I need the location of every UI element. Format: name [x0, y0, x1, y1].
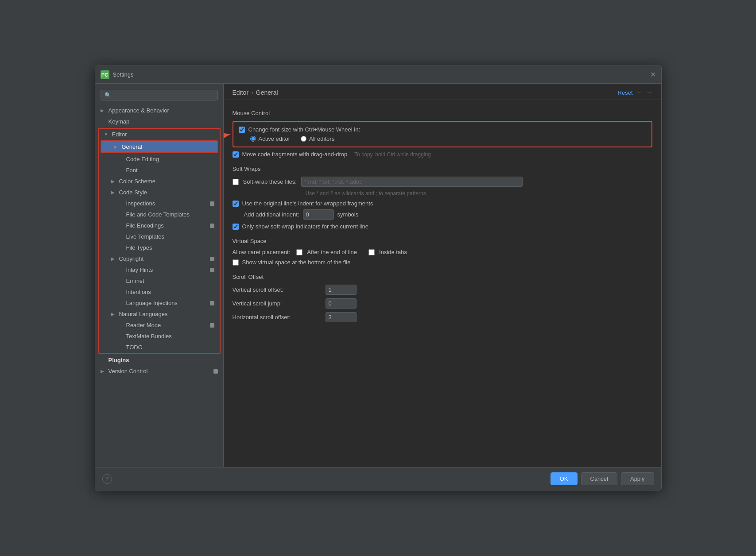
- virtual-space-section: Virtual Space Allow caret placement: Aft…: [233, 238, 652, 266]
- sidebar-item-label: Editor: [112, 131, 127, 138]
- vertical-scroll-jump-row: Vertical scroll jump:: [233, 298, 652, 309]
- all-editors-radio[interactable]: [301, 136, 306, 142]
- editor-scope-radio-group: Active editor All editors: [239, 135, 646, 142]
- soft-wrap-label: Soft-wrap these files:: [243, 178, 297, 185]
- vertical-scroll-jump-input[interactable]: [326, 298, 357, 309]
- sidebar-item-label: Inspections: [126, 200, 155, 207]
- cancel-button[interactable]: Cancel: [581, 472, 617, 485]
- sidebar-item-copyright[interactable]: ▶ Copyright: [99, 253, 220, 264]
- expand-arrow-icon: ▼: [104, 132, 110, 137]
- annotation-arrow-svg: [224, 125, 233, 152]
- sidebar-item-color-scheme[interactable]: ▶ Color Scheme: [99, 176, 220, 187]
- additional-indent-row: Add additional indent: symbols: [233, 209, 652, 220]
- sidebar-item-general[interactable]: ▶ General: [101, 141, 217, 152]
- sidebar-item-language-injections[interactable]: Language Injections: [99, 297, 220, 309]
- horizontal-scroll-offset-input[interactable]: [326, 312, 357, 322]
- sidebar-item-file-types[interactable]: File Types: [99, 242, 220, 253]
- sidebar-item-plugins[interactable]: Plugins: [95, 355, 223, 366]
- close-button[interactable]: ✕: [650, 70, 656, 79]
- breadcrumb-arrow-icon: ›: [251, 89, 253, 96]
- sidebar-item-label: Reader Mode: [126, 322, 161, 328]
- use-indent-row: Use the original line's indent for wrapp…: [233, 200, 652, 207]
- search-box: [95, 87, 223, 103]
- vertical-scroll-offset-row: Vertical scroll offset:: [233, 285, 652, 295]
- active-editor-radio[interactable]: [250, 136, 256, 142]
- general-section-box: ▶ General: [101, 140, 218, 153]
- nav-forward-button[interactable]: →: [646, 89, 652, 96]
- sidebar-item-todo[interactable]: TODO: [99, 342, 220, 353]
- sidebar-item-appearance[interactable]: ▶ Appearance & Behavior: [95, 105, 223, 116]
- badge-icon: [210, 301, 214, 305]
- vertical-scroll-offset-input[interactable]: [326, 285, 357, 295]
- sidebar-item-label: Plugins: [109, 357, 129, 363]
- sidebar-item-label: Keymap: [109, 118, 130, 125]
- sidebar-item-label: Intentions: [126, 289, 151, 295]
- soft-wrap-checkbox[interactable]: [233, 179, 239, 185]
- sidebar-item-label: Copyright: [119, 255, 144, 262]
- help-button[interactable]: ?: [102, 474, 112, 484]
- sidebar-item-textmate[interactable]: TextMate Bundles: [99, 331, 220, 342]
- sidebar-item-emmet[interactable]: Emmet: [99, 275, 220, 286]
- sidebar-item-natural-languages[interactable]: ▶ Natural Languages: [99, 309, 220, 320]
- search-input[interactable]: [101, 90, 218, 100]
- badge-icon: [210, 257, 214, 261]
- sidebar-item-keymap[interactable]: Keymap: [95, 116, 223, 127]
- active-editor-radio-row: Active editor: [250, 135, 291, 142]
- horizontal-scroll-offset-label: Horizontal scroll offset:: [233, 314, 321, 320]
- nav-back-button[interactable]: ←: [636, 89, 643, 96]
- virtual-space-bottom-row: Show virtual space at the bottom of the …: [233, 259, 652, 266]
- sidebar-item-label: Language Injections: [126, 300, 178, 306]
- softwrap-indicators-checkbox[interactable]: [233, 224, 239, 230]
- ok-button[interactable]: OK: [551, 472, 578, 485]
- sidebar-item-file-code-templates[interactable]: File and Code Templates: [99, 209, 220, 220]
- symbols-label: symbols: [337, 211, 359, 218]
- drag-drop-label: Move code fragments with drag-and-drop: [242, 151, 348, 158]
- vertical-scroll-jump-label: Vertical scroll jump:: [233, 300, 321, 307]
- soft-wrap-input[interactable]: [301, 177, 523, 187]
- allow-caret-label: Allow caret placement:: [233, 249, 291, 255]
- allow-caret-row: Allow caret placement: After the end of …: [233, 249, 652, 255]
- sidebar-item-file-encodings[interactable]: File Encodings: [99, 220, 220, 231]
- sidebar-item-live-templates[interactable]: Live Templates: [99, 231, 220, 242]
- softwrap-indicators-label: Only show soft-wrap indicators for the c…: [242, 223, 368, 230]
- badge-icon: [210, 323, 214, 328]
- sidebar-item-label: File Types: [126, 244, 152, 251]
- virtual-space-title: Virtual Space: [233, 238, 652, 244]
- sidebar-item-version-control[interactable]: ▶ Version Control: [95, 366, 223, 377]
- after-end-checkbox[interactable]: [296, 249, 302, 255]
- sidebar-item-inlay-hints[interactable]: Inlay Hints: [99, 264, 220, 275]
- sidebar-item-label: Color Scheme: [119, 178, 155, 185]
- sidebar-item-reader-mode[interactable]: Reader Mode: [99, 320, 220, 331]
- sidebar-item-inspections[interactable]: Inspections: [99, 198, 220, 209]
- apply-button[interactable]: Apply: [621, 472, 654, 485]
- sidebar-item-intentions[interactable]: Intentions: [99, 286, 220, 297]
- right-panel: Editor › General Reset ← → Mouse Control: [224, 84, 661, 467]
- expand-arrow-icon: ▶: [101, 369, 107, 374]
- main-content: ▶ Appearance & Behavior Keymap ▼ Editor …: [95, 84, 661, 467]
- help-label: ?: [105, 475, 109, 482]
- drag-drop-checkbox[interactable]: [233, 151, 239, 158]
- change-font-size-label: Change font size with Ctrl+Mouse Wheel i…: [248, 126, 361, 133]
- change-font-size-checkbox[interactable]: [239, 127, 245, 133]
- panel-header: Editor › General Reset ← →: [224, 84, 661, 100]
- sidebar-item-font[interactable]: Font: [99, 165, 220, 176]
- sidebar-item-code-editing[interactable]: Code Editing: [99, 154, 220, 165]
- sidebar-item-editor[interactable]: ▼ Editor: [99, 129, 220, 140]
- expand-arrow-icon: ▶: [111, 179, 117, 184]
- sidebar-item-label: Emmet: [126, 278, 144, 284]
- soft-wraps-section: Soft Wraps Soft-wrap these files: Use * …: [233, 166, 652, 230]
- reset-link[interactable]: Reset: [618, 89, 633, 96]
- scroll-offset-section: Scroll Offset Vertical scroll offset: Ve…: [233, 274, 652, 322]
- sidebar-item-code-style[interactable]: ▶ Code Style: [99, 187, 220, 198]
- drag-drop-row: Move code fragments with drag-and-drop T…: [233, 151, 652, 158]
- breadcrumb-general: General: [256, 89, 278, 96]
- sidebar-item-label: Inlay Hints: [126, 266, 153, 273]
- virtual-space-checkbox[interactable]: [233, 259, 239, 266]
- inside-tabs-checkbox[interactable]: [368, 249, 375, 255]
- additional-indent-input[interactable]: [303, 209, 334, 220]
- all-editors-radio-row: All editors: [301, 135, 334, 142]
- editor-section-box: ▼ Editor ▶ General Code Editing Font: [98, 128, 221, 354]
- sidebar-item-label: File and Code Templates: [126, 211, 190, 218]
- use-indent-checkbox[interactable]: [233, 201, 239, 207]
- expand-arrow-icon: ▶: [111, 190, 117, 195]
